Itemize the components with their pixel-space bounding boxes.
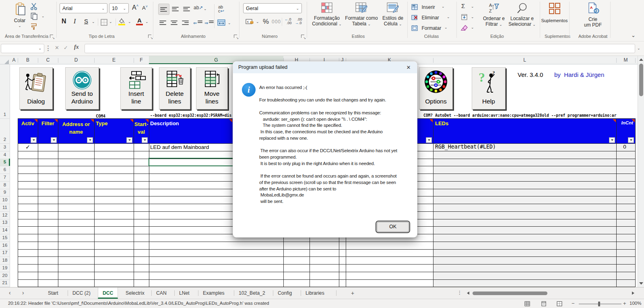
number-format-select[interactable]: Geral⌄	[243, 3, 302, 13]
clipboard-dialog-launcher[interactable]	[50, 35, 54, 39]
filter-dropdown-B[interactable]	[31, 137, 37, 143]
column-header-C[interactable]: C	[38, 56, 58, 64]
sheet-tab-can[interactable]: CAN	[152, 287, 171, 299]
paste-button[interactable]: Colar ⌄	[14, 2, 26, 27]
column-header-A[interactable]: A	[10, 56, 18, 64]
number-dialog-launcher[interactable]	[301, 35, 305, 39]
zoom-slider-thumb[interactable]	[598, 302, 600, 306]
collapse-ribbon-chevron-icon[interactable]: ⌄	[631, 32, 636, 38]
row-header-6[interactable]: 6	[0, 167, 10, 172]
row-header-19[interactable]: 19	[0, 265, 10, 270]
row-header-15[interactable]: 15	[0, 235, 10, 240]
decrease-decimal-button[interactable]: .00→.0	[295, 18, 302, 25]
autosum-chevron-icon[interactable]: ⌄	[471, 4, 474, 8]
decrease-indent-button[interactable]: ⇐	[193, 19, 202, 26]
row-header-17[interactable]: 17	[0, 250, 10, 255]
find-select-button[interactable]: Localizar eSelecionar ⌄	[508, 2, 536, 31]
comma-style-button[interactable]: 000	[272, 19, 281, 25]
format-chevron-icon[interactable]: ⌄	[444, 25, 448, 29]
alignment-dialog-launcher[interactable]	[234, 35, 238, 39]
row-header-10[interactable]: 10	[0, 197, 10, 202]
accounting-format-icon[interactable]: €	[246, 19, 254, 25]
row-header-5[interactable]: 5	[0, 159, 10, 164]
hscroll-right-arrow-icon[interactable]	[632, 291, 634, 295]
merge-center-icon[interactable]	[217, 19, 225, 26]
clear-chevron-icon[interactable]: ⌄	[471, 25, 474, 29]
row-header-18[interactable]: 18	[0, 258, 10, 263]
hscroll-left-arrow-icon[interactable]	[467, 291, 469, 295]
grow-font-button[interactable]: A˄	[132, 4, 138, 11]
bold-button[interactable]: N	[62, 18, 66, 25]
delete-cells-button[interactable]: Eliminar	[411, 14, 439, 21]
zoom-slider-track[interactable]	[579, 304, 621, 304]
tab-overflow-menu-icon[interactable]: ⋮	[457, 290, 462, 296]
align-top-button[interactable]	[158, 4, 169, 15]
formula-bar-handle[interactable]: ⦁⦁⦁	[47, 45, 49, 52]
sheet-tab-lnet[interactable]: LNet	[175, 287, 194, 299]
font-size-select[interactable]: 10⌄	[109, 3, 129, 13]
percent-style-button[interactable]: %	[263, 18, 269, 26]
sheet-tab-dcc-2[interactable]: DCC (2)	[68, 287, 95, 299]
filter-dropdown-C[interactable]	[51, 137, 57, 143]
sheet-tab-102-beta-2[interactable]: 102_Beta_2	[234, 287, 270, 299]
row-header-8[interactable]: 8	[0, 182, 10, 187]
column-header-L[interactable]: L	[433, 56, 616, 64]
enter-button[interactable]: ✓	[64, 45, 68, 51]
shrink-font-button[interactable]: A˅	[142, 4, 148, 11]
row-header-1[interactable]: 1	[0, 112, 10, 117]
tab-scroll-right-icon[interactable]: ›	[22, 289, 24, 296]
format-as-table-button[interactable]: Formatar comoTabela ⌄	[343, 2, 380, 31]
filter-dropdown-D[interactable]	[87, 137, 93, 143]
zoom-level[interactable]: 100%	[630, 301, 641, 306]
ok-button[interactable]: OK	[377, 222, 409, 232]
vertical-scroll-thumb[interactable]	[639, 64, 643, 96]
orientation-button[interactable]: ab↗	[194, 5, 203, 10]
fx-button[interactable]: fx	[74, 44, 79, 50]
underline-chevron-icon[interactable]: ⌄	[92, 20, 95, 24]
align-middle-button[interactable]	[172, 6, 179, 12]
dialog-title[interactable]: Program upload failed	[233, 62, 417, 73]
accounting-chevron-icon[interactable]: ⌄	[256, 20, 259, 24]
font-color-chevron-icon[interactable]: ⌄	[145, 20, 149, 24]
zoom-out-button[interactable]: −	[572, 300, 575, 306]
cut-icon[interactable]	[30, 2, 38, 10]
help-button[interactable]: ? ? Help	[472, 67, 506, 110]
row-header-gutter[interactable]: 123456789101112131415161718192021	[0, 64, 10, 287]
autosum-button[interactable]: Σ	[461, 2, 465, 9]
scroll-down-arrow-icon[interactable]	[639, 282, 643, 285]
delete-lines-button[interactable]: Deletelines	[159, 67, 190, 110]
row-header-21[interactable]: 21	[0, 280, 10, 285]
sheet-tab-selectrix[interactable]: Selectrix	[121, 287, 149, 299]
options-button[interactable]: Options	[419, 67, 453, 110]
fill-color-chevron-icon[interactable]: ⌄	[128, 20, 131, 24]
borders-chevron-icon[interactable]: ⌄	[109, 20, 112, 24]
page-layout-view-icon[interactable]	[541, 301, 547, 306]
name-box[interactable]: ⌄	[1, 44, 44, 53]
column-header-E[interactable]: E	[94, 56, 134, 64]
dialog-close-button[interactable]: ✕	[403, 63, 414, 72]
orientation-chevron-icon[interactable]: ⌄	[204, 7, 207, 11]
delete-chevron-icon[interactable]: ⌄	[447, 15, 450, 19]
row-header-4[interactable]: 4	[0, 152, 10, 157]
align-right-button[interactable]	[182, 19, 189, 26]
move-lines-button[interactable]: Movelines	[196, 67, 228, 110]
font-name-select[interactable]: Arial⌄	[60, 3, 107, 13]
normal-view-icon[interactable]	[524, 301, 530, 306]
sort-filter-button[interactable]: A Z Ordenar eFiltrar ⌄	[481, 2, 506, 31]
increase-indent-button[interactable]: ⇒	[204, 19, 214, 26]
fill-chevron-icon[interactable]: ⌄	[471, 15, 474, 19]
filter-dropdown-K[interactable]	[426, 137, 432, 143]
column-header-M[interactable]: M	[616, 56, 635, 64]
column-header-D[interactable]: D	[58, 56, 94, 64]
fill-color-button[interactable]	[118, 18, 126, 25]
row-header-20[interactable]: 20	[0, 273, 10, 278]
clear-icon[interactable]	[460, 24, 468, 31]
filter-dropdown-M[interactable]	[628, 137, 634, 143]
insert-cells-button[interactable]: Inserir	[411, 3, 435, 10]
increase-decimal-button[interactable]: ←.0.00	[285, 18, 292, 25]
filter-dropdown-E[interactable]	[126, 137, 132, 143]
fill-down-icon[interactable]	[461, 14, 467, 20]
scroll-up-arrow-icon[interactable]	[639, 58, 643, 61]
sheet-tab-config[interactable]: Config	[273, 287, 296, 299]
row-header-13[interactable]: 13	[0, 220, 10, 225]
